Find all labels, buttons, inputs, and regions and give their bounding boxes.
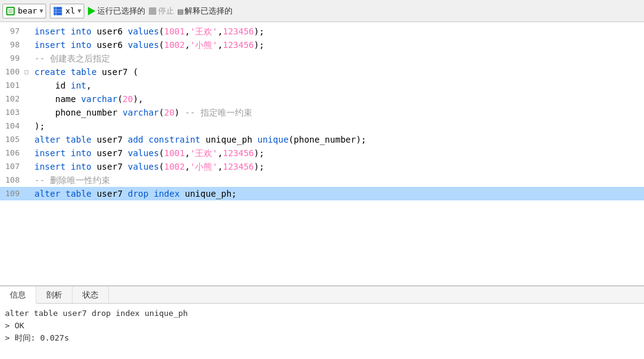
tab-info[interactable]: 信息 bbox=[0, 286, 36, 304]
line-number: 103 bbox=[0, 106, 25, 119]
table-row: 107 insert into user7 values(1002,'小熊',1… bbox=[0, 160, 644, 173]
line-toggle bbox=[25, 187, 32, 200]
table-row: 100□create table user7 ( bbox=[0, 65, 644, 79]
svg-rect-4 bbox=[54, 7, 62, 10]
stop-icon bbox=[149, 7, 156, 15]
table-row: 101 id int, bbox=[0, 79, 644, 92]
line-toggle bbox=[25, 146, 32, 160]
line-number: 105 bbox=[0, 133, 25, 146]
line-content: id int, bbox=[32, 79, 644, 92]
run-button[interactable]: 运行已选择的 bbox=[88, 6, 145, 17]
result-time: > 时间: 0.027s bbox=[5, 332, 639, 344]
result-ok: > OK bbox=[5, 320, 639, 332]
tab-status[interactable]: 状态 bbox=[73, 286, 109, 303]
line-content: ); bbox=[32, 119, 644, 133]
line-number: 100 bbox=[0, 65, 25, 79]
result-panel: alter table user7 drop index unique_ph >… bbox=[0, 304, 644, 359]
line-number: 101 bbox=[0, 79, 25, 92]
line-toggle bbox=[25, 92, 32, 106]
table-row: 98 insert into user6 values(1002,'小熊',12… bbox=[0, 38, 644, 52]
table-row: 109 alter table user7 drop index unique_… bbox=[0, 187, 644, 200]
explain-button[interactable]: ▤ 解释已选择的 bbox=[178, 6, 233, 17]
db-dropdown-arrow: ▼ bbox=[39, 7, 43, 14]
line-toggle[interactable]: □ bbox=[25, 65, 32, 79]
line-toggle bbox=[25, 79, 32, 92]
table-selector[interactable]: xl ▼ bbox=[50, 4, 84, 18]
table-row: 103 phone_number varchar(20) -- 指定唯一约束 bbox=[0, 106, 644, 119]
table-row: 97 insert into user6 values(1001,'王欢',12… bbox=[0, 25, 644, 38]
line-number: 98 bbox=[0, 38, 25, 52]
line-toggle bbox=[25, 173, 32, 187]
table-row: 104 ); bbox=[0, 119, 644, 133]
run-label: 运行已选择的 bbox=[97, 6, 145, 17]
result-query: alter table user7 drop index unique_ph bbox=[5, 307, 639, 320]
table-row: 102 name varchar(20), bbox=[0, 92, 644, 106]
line-content: -- 删除唯一性约束 bbox=[32, 173, 644, 187]
line-content: name varchar(20), bbox=[32, 92, 644, 106]
line-toggle bbox=[25, 133, 32, 146]
db-selector[interactable]: bear ▼ bbox=[2, 4, 46, 18]
line-content: alter table user7 drop index unique_ph; bbox=[32, 187, 644, 200]
line-number: 107 bbox=[0, 160, 25, 173]
line-content: insert into user7 values(1002,'小熊',12345… bbox=[32, 160, 644, 173]
tab-analyze[interactable]: 剖析 bbox=[36, 286, 73, 303]
db-name: bear bbox=[18, 6, 37, 15]
run-icon bbox=[88, 7, 95, 15]
line-content: -- 创建表之后指定 bbox=[32, 52, 644, 65]
table-name: xl bbox=[65, 6, 75, 15]
table-row: 99 -- 创建表之后指定 bbox=[0, 52, 644, 65]
line-number: 97 bbox=[0, 25, 25, 38]
table-icon bbox=[53, 6, 63, 16]
line-content: create table user7 ( bbox=[32, 65, 644, 79]
code-editor[interactable]: 97 insert into user6 values(1001,'王欢',12… bbox=[0, 22, 644, 285]
svg-rect-2 bbox=[8, 9, 13, 14]
line-toggle bbox=[25, 160, 32, 173]
line-number: 99 bbox=[0, 52, 25, 65]
line-toggle bbox=[25, 25, 32, 38]
table-row: 108 -- 删除唯一性约束 bbox=[0, 173, 644, 187]
bear-db-icon bbox=[6, 6, 15, 16]
explain-label: 解释已选择的 bbox=[185, 6, 233, 17]
table-dropdown-arrow: ▼ bbox=[78, 7, 81, 14]
line-content: insert into user6 values(1002,'小熊',12345… bbox=[32, 38, 644, 52]
line-toggle bbox=[25, 52, 32, 65]
line-content: insert into user7 values(1001,'王欢',12345… bbox=[32, 146, 644, 160]
line-content: insert into user6 values(1001,'王欢',12345… bbox=[32, 25, 644, 38]
line-number: 109 bbox=[0, 187, 25, 200]
explain-icon: ▤ bbox=[178, 6, 183, 16]
bottom-panel: 信息 剖析 状态 alter table user7 drop index un… bbox=[0, 285, 644, 359]
line-number: 104 bbox=[0, 119, 25, 133]
line-number: 108 bbox=[0, 173, 25, 187]
line-number: 102 bbox=[0, 92, 25, 106]
line-number: 106 bbox=[0, 146, 25, 160]
table-row: 105 alter table user7 add constraint uni… bbox=[0, 133, 644, 146]
line-toggle bbox=[25, 119, 32, 133]
toolbar: bear ▼ xl ▼ 运行已选择的 停止 ▤ 解释已选择的 bbox=[0, 0, 644, 22]
line-content: alter table user7 add constraint unique_… bbox=[32, 133, 644, 146]
bottom-tabs: 信息 剖析 状态 bbox=[0, 286, 644, 304]
line-toggle bbox=[25, 38, 32, 52]
line-content: phone_number varchar(20) -- 指定唯一约束 bbox=[32, 106, 644, 119]
stop-button[interactable]: 停止 bbox=[149, 6, 174, 17]
stop-label: 停止 bbox=[158, 6, 174, 17]
table-row: 106 insert into user7 values(1001,'王欢',1… bbox=[0, 146, 644, 160]
line-toggle bbox=[25, 106, 32, 119]
